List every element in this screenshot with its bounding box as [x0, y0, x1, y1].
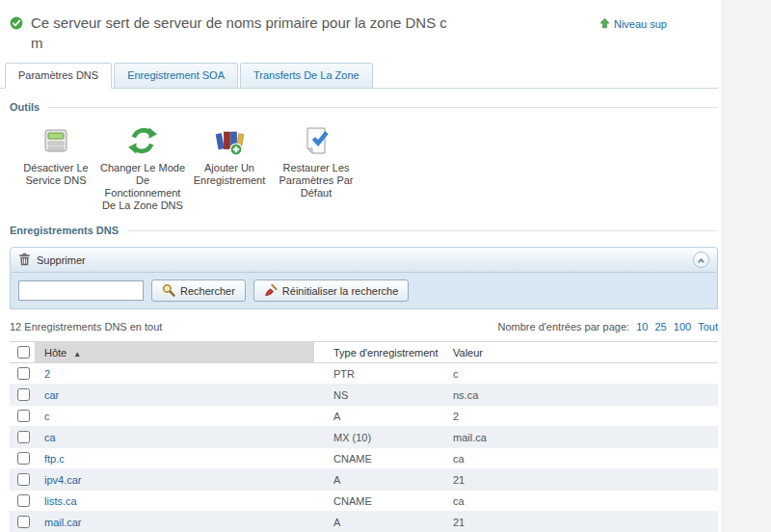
host-cell: ipv4.car	[35, 469, 314, 491]
record-type: NS	[314, 385, 453, 406]
table-row: lists.ca CNAME ca	[10, 491, 718, 512]
table-row: ca MX (10) mail.ca	[10, 427, 718, 448]
records-count: 12 Enregistrements DNS en tout	[10, 321, 162, 332]
search-button-label: Rechercher	[180, 285, 235, 297]
per-page-label: Nombre d'entrées par page:	[497, 321, 629, 332]
row-select-cell	[10, 363, 35, 385]
record-value: ca	[453, 491, 718, 512]
table-row: c A 2	[10, 406, 718, 427]
row-checkbox[interactable]	[17, 494, 30, 507]
search-button[interactable]: Rechercher	[151, 279, 246, 302]
host-link[interactable]: lists.ca	[44, 495, 77, 507]
record-value: 21	[453, 469, 718, 491]
section-divider	[127, 230, 718, 231]
per-page-100[interactable]: 100	[674, 321, 691, 332]
tools-section-title: Outils	[10, 101, 40, 113]
tab-transferts-de-la-zone[interactable]: Transferts De La Zone	[240, 63, 373, 89]
page-right-margin	[721, 0, 771, 532]
trash-icon	[18, 253, 31, 268]
tab-enregistrement-soa[interactable]: Enregistrement SOA	[114, 63, 238, 89]
table-row: mail.car A 21	[10, 512, 718, 532]
host-link[interactable]: ipv4.car	[44, 474, 82, 486]
tool-label: Désactiver Le Service DNS	[13, 162, 99, 187]
record-value: ca	[453, 448, 718, 469]
tool-change-zone-mode[interactable]: Changer Le Mode De Fonctionnement De La …	[99, 125, 186, 212]
row-checkbox[interactable]	[17, 473, 30, 486]
row-checkbox[interactable]	[17, 367, 30, 380]
row-select-cell	[10, 385, 35, 406]
tab-bar: Paramètres DNS Enregistrement SOA Transf…	[0, 62, 718, 89]
host-cell: car	[35, 385, 314, 406]
per-page-10[interactable]: 10	[636, 321, 648, 332]
record-type: MX (10)	[314, 427, 453, 448]
search-input[interactable]	[18, 280, 144, 301]
pagination: Nombre d'entrées par page: 10 25 100 Tou…	[497, 321, 718, 332]
host-link[interactable]: car	[44, 389, 59, 401]
green-up-arrow-icon	[599, 17, 610, 31]
restore-defaults-icon	[301, 125, 332, 156]
table-header-row: Hôte ▲ Type d'enregistrement Valeur	[10, 342, 718, 363]
host-link[interactable]: c	[44, 411, 50, 422]
row-select-cell	[10, 491, 35, 512]
red-brush-icon	[264, 283, 278, 299]
row-select-cell	[10, 427, 35, 448]
per-page-all[interactable]: Tout	[698, 321, 718, 332]
records-toolbar: Supprimer	[10, 247, 718, 273]
search-panel: Rechercher Réinitialiser la recherche	[10, 273, 718, 309]
per-page-25[interactable]: 25	[654, 321, 666, 332]
records-list-box: Supprimer Rechercher	[10, 247, 718, 309]
host-cell: ca	[35, 427, 314, 448]
tab-parametres-dns[interactable]: Paramètres DNS	[5, 63, 112, 89]
magnifier-icon	[162, 283, 175, 299]
tool-disable-dns-service[interactable]: Désactiver Le Service DNS	[13, 125, 99, 212]
row-checkbox[interactable]	[17, 431, 30, 443]
record-value: 2	[453, 406, 718, 427]
select-all-checkbox[interactable]	[17, 346, 30, 359]
record-type: PTR	[314, 363, 453, 385]
record-type: A	[314, 406, 453, 427]
reset-search-button[interactable]: Réinitialiser la recherche	[253, 279, 409, 302]
delete-button-label: Supprimer	[37, 254, 86, 266]
host-cell: 2	[35, 363, 314, 385]
row-checkbox[interactable]	[17, 516, 30, 528]
status-text-line2: m	[31, 33, 447, 53]
table-row: ipv4.car A 21	[10, 469, 718, 491]
delete-button[interactable]: Supprimer	[18, 253, 86, 268]
host-cell: mail.car	[35, 512, 314, 532]
select-all-cell	[10, 342, 35, 363]
chevron-up-icon	[698, 257, 705, 264]
record-value: c	[453, 363, 718, 385]
column-header-type[interactable]: Type d'enregistrement	[314, 342, 453, 363]
up-level-link[interactable]: Niveau sup	[599, 17, 667, 31]
collapse-toolbar-button[interactable]	[693, 252, 709, 268]
record-value: ns.ca	[453, 385, 718, 406]
summary-row: 12 Enregistrements DNS en tout Nombre d'…	[10, 321, 718, 332]
host-cell: c	[35, 406, 314, 427]
record-type: A	[314, 469, 453, 491]
up-level-label: Niveau sup	[614, 18, 667, 30]
reset-search-button-label: Réinitialiser la recherche	[282, 285, 398, 297]
table-row: 2 PTR c	[10, 363, 718, 385]
record-value: mail.ca	[453, 427, 718, 448]
tool-restore-defaults[interactable]: Restaurer Les Paramètres Par Défaut	[273, 125, 359, 212]
column-header-value[interactable]: Valeur	[453, 342, 718, 363]
host-link[interactable]: 2	[44, 368, 50, 380]
column-header-host[interactable]: Hôte ▲	[35, 342, 314, 363]
host-link[interactable]: mail.car	[44, 517, 82, 528]
status-text: Ce serveur sert de serveur de noms prima…	[31, 13, 447, 53]
tool-add-record[interactable]: Ajouter Un Enregistrement	[186, 125, 273, 212]
check-circle-icon	[10, 16, 23, 32]
table-row: ftp.c CNAME ca	[10, 448, 718, 469]
host-link[interactable]: ftp.c	[44, 453, 65, 465]
record-type: A	[314, 512, 453, 532]
host-link[interactable]: ca	[44, 432, 56, 443]
row-select-cell	[10, 448, 35, 469]
records-section-title: Enregistrements DNS	[10, 225, 119, 236]
row-checkbox[interactable]	[17, 410, 30, 422]
host-cell: ftp.c	[35, 448, 314, 469]
dns-records-tbody: 2 PTR c car NS ns.ca c A 2 ca MX (10) ma…	[10, 363, 718, 532]
tool-label: Restaurer Les Paramètres Par Défaut	[273, 162, 359, 200]
row-checkbox[interactable]	[17, 452, 30, 465]
row-checkbox[interactable]	[17, 388, 30, 401]
row-select-cell	[10, 469, 35, 491]
